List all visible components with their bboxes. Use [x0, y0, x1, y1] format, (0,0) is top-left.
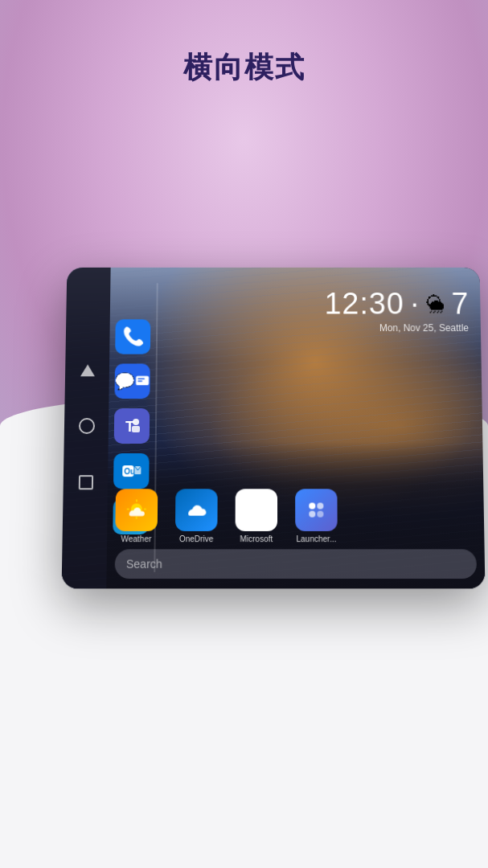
temperature-display: 7: [451, 287, 469, 321]
dock-apps-row: Weather OneDrive Microsoft: [115, 489, 476, 543]
phone-app-icon[interactable]: [115, 319, 150, 354]
phone-mockup: T Ou 12:30 ·: [62, 268, 486, 589]
weather-dock-label: Weather: [121, 534, 151, 543]
svg-point-16: [309, 502, 315, 509]
weather-dock-icon[interactable]: [115, 489, 158, 531]
microsoft-dock-label: Microsoft: [240, 534, 273, 543]
outlook-app-icon[interactable]: Ou: [113, 453, 150, 489]
nav-sidebar: [62, 268, 111, 589]
microsoft-dock-item[interactable]: Microsoft: [236, 489, 277, 543]
launcher-dock-label: Launcher...: [296, 534, 336, 543]
svg-rect-0: [136, 376, 149, 386]
svg-rect-1: [137, 379, 145, 379]
launcher-dock-icon[interactable]: [295, 489, 338, 531]
weather-dock-item[interactable]: Weather: [115, 489, 158, 543]
microsoft-dock-icon[interactable]: [236, 489, 277, 531]
svg-point-17: [317, 502, 323, 509]
search-bar[interactable]: Search: [115, 549, 478, 579]
svg-rect-5: [132, 426, 140, 432]
date-location: Mon, Nov 25, Seattle: [325, 322, 469, 334]
svg-rect-2: [137, 381, 142, 382]
svg-point-18: [309, 511, 315, 518]
launcher-dock-item[interactable]: Launcher...: [295, 489, 338, 543]
clock-display: 12:30: [324, 287, 404, 321]
page-title: 横向模式: [0, 48, 488, 88]
svg-text:Ou: Ou: [124, 467, 135, 476]
search-placeholder: Search: [126, 558, 162, 571]
messages-app-icon[interactable]: [114, 364, 150, 399]
weather-icon: 🌦: [426, 293, 445, 315]
recents-button[interactable]: [76, 473, 94, 491]
back-button[interactable]: [78, 362, 96, 379]
clock-separator: ·: [410, 287, 420, 321]
onedrive-dock-icon[interactable]: [175, 489, 218, 531]
onedrive-dock-item[interactable]: OneDrive: [175, 489, 218, 543]
teams-app-icon[interactable]: T: [114, 408, 150, 444]
clock-weather-widget: 12:30 · 🌦 7 Mon, Nov 25, Seattle: [324, 287, 469, 334]
onedrive-dock-label: OneDrive: [179, 534, 214, 543]
home-button[interactable]: [77, 417, 95, 435]
svg-point-19: [317, 511, 323, 518]
